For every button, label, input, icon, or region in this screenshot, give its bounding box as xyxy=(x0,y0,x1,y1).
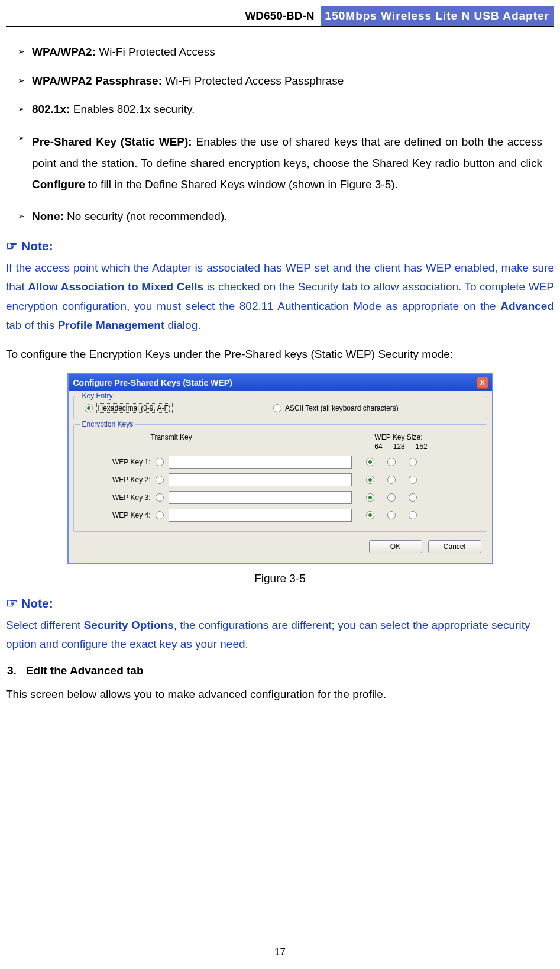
bullet-psk: ➢ Pre-Shared Key (Static WEP): Enables t… xyxy=(18,131,542,195)
enc-keys-fieldset: Encryption Keys Transmit Key WEP Key Siz… xyxy=(73,424,487,532)
key3-size-64[interactable] xyxy=(366,493,374,502)
note-2-body: Select different Security Options, the c… xyxy=(6,616,554,654)
size-152: 152 xyxy=(416,442,428,451)
key2-label: WEP Key 2: xyxy=(80,476,151,484)
key4-tx-radio[interactable] xyxy=(156,511,164,519)
key4-label: WEP Key 4: xyxy=(80,511,151,519)
hex-label: Hexadecimal (0-9, A-F) xyxy=(96,403,173,413)
bullet-arrow-icon: ➢ xyxy=(18,104,25,114)
key4-size-128[interactable] xyxy=(387,511,396,519)
header-title: 150Mbps Wireless Lite N USB Adapter xyxy=(321,6,554,26)
note-1-body: If the access point which the Adapter is… xyxy=(6,259,554,335)
dialog-title: Configure Pre-Shared Keys (Static WEP) xyxy=(73,378,232,387)
header-model: WD650-BD-N xyxy=(6,6,321,26)
key3-tx-radio[interactable] xyxy=(156,493,164,502)
bullet-text: 802.1x: Enables 802.1x security. xyxy=(32,102,195,117)
bullet-text: WPA/WPA2: Wi-Fi Protected Access xyxy=(32,45,215,60)
key3-input[interactable] xyxy=(169,491,352,504)
bullet-8021x: ➢ 802.1x: Enables 802.1x security. xyxy=(18,102,542,117)
key4-input[interactable] xyxy=(169,509,352,522)
key2-size-128[interactable] xyxy=(387,476,396,484)
dialog-title-bar: Configure Pre-Shared Keys (Static WEP) X xyxy=(69,374,492,391)
key3-size-128[interactable] xyxy=(387,493,396,502)
key2-input[interactable] xyxy=(169,473,352,486)
key3-size-152[interactable] xyxy=(409,493,417,502)
bullet-arrow-icon: ➢ xyxy=(18,133,25,143)
key4-size-152[interactable] xyxy=(409,511,417,519)
wep-key-row-3: WEP Key 3: xyxy=(80,489,481,506)
ok-button[interactable]: OK xyxy=(369,540,422,553)
key-entry-legend: Key Entry xyxy=(80,392,115,400)
section-3-head: 3. Edit the Advanced tab xyxy=(7,664,554,677)
figure-caption: Figure 3-5 xyxy=(6,572,554,585)
pointer-icon: ☞ xyxy=(6,596,18,611)
dialog-body: Key Entry Hexadecimal (0-9, A-F) ASCII T… xyxy=(69,391,492,563)
key1-size-152[interactable] xyxy=(409,458,417,466)
bullet-wpa-pass: ➢ WPA/WPA2 Passphrase: Wi-Fi Protected A… xyxy=(18,74,542,89)
key-entry-fieldset: Key Entry Hexadecimal (0-9, A-F) ASCII T… xyxy=(73,396,487,419)
key2-size-64[interactable] xyxy=(366,476,374,484)
cancel-button[interactable]: Cancel xyxy=(428,540,481,553)
key4-size-64[interactable] xyxy=(366,511,374,519)
page-number: 17 xyxy=(0,947,560,958)
hex-radio[interactable] xyxy=(85,404,93,412)
size-64: 64 xyxy=(374,442,382,451)
wep-key-row-2: WEP Key 2: xyxy=(80,471,481,489)
page-header: WD650-BD-N 150Mbps Wireless Lite N USB A… xyxy=(6,6,554,27)
size-128: 128 xyxy=(393,442,405,451)
wep-key-row-1: WEP Key 1: xyxy=(80,453,481,471)
key1-label: WEP Key 1: xyxy=(80,458,151,466)
bullet-text: None: No security (not recommended). xyxy=(32,209,228,224)
key1-size-128[interactable] xyxy=(387,458,396,466)
pointer-icon: ☞ xyxy=(6,238,18,254)
bullet-text: WPA/WPA2 Passphrase: Wi-Fi Protected Acc… xyxy=(32,74,344,89)
enc-legend: Encryption Keys xyxy=(80,420,136,428)
key2-size-152[interactable] xyxy=(409,476,417,484)
ascii-label: ASCII Text (all keyboard characters) xyxy=(285,404,399,412)
bullet-text: Pre-Shared Key (Static WEP): Enables the… xyxy=(32,131,542,195)
wep-key-row-4: WEP Key 4: xyxy=(80,506,481,524)
ascii-radio[interactable] xyxy=(273,404,281,412)
key2-tx-radio[interactable] xyxy=(156,476,164,484)
para-config: To configure the Encryption Keys under t… xyxy=(6,345,554,363)
wep-size-header: WEP Key Size: xyxy=(374,433,422,441)
bullet-none: ➢ None: No security (not recommended). xyxy=(18,209,542,224)
transmit-key-label: Transmit Key xyxy=(151,433,192,451)
bullet-wpa: ➢ WPA/WPA2: Wi-Fi Protected Access xyxy=(18,45,542,60)
key1-input[interactable] xyxy=(169,456,352,469)
para-advanced: This screen below allows you to make adv… xyxy=(6,686,554,703)
bullet-arrow-icon: ➢ xyxy=(18,76,25,85)
key3-label: WEP Key 3: xyxy=(80,493,151,502)
key1-tx-radio[interactable] xyxy=(156,458,164,466)
wep-dialog: Configure Pre-Shared Keys (Static WEP) X… xyxy=(67,373,493,564)
note-1-header: ☞ Note: xyxy=(6,238,554,254)
bullet-arrow-icon: ➢ xyxy=(18,47,25,56)
bullet-arrow-icon: ➢ xyxy=(18,211,25,221)
close-icon[interactable]: X xyxy=(477,377,488,389)
note-2-header: ☞ Note: xyxy=(6,596,554,611)
key1-size-64[interactable] xyxy=(366,458,374,466)
